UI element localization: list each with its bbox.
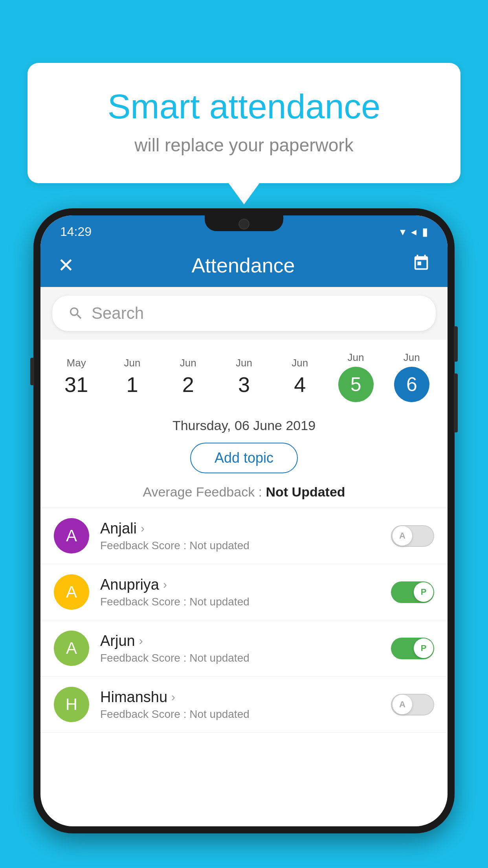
calendar-icon[interactable] bbox=[412, 254, 430, 277]
status-time: 14:29 bbox=[60, 224, 92, 239]
student-avatar: H bbox=[54, 687, 89, 722]
chevron-icon: › bbox=[139, 634, 143, 647]
signal-icon: ◂ bbox=[411, 225, 416, 238]
student-list: AAnjali ›Feedback Score : Not updatedAAA… bbox=[40, 508, 448, 733]
student-info: Anupriya ›Feedback Score : Not updated bbox=[100, 576, 380, 608]
speech-bubble-container: Smart attendance will replace your paper… bbox=[28, 63, 460, 183]
student-name: Himanshu › bbox=[100, 689, 380, 706]
front-camera bbox=[238, 219, 250, 230]
volume-down-button bbox=[454, 373, 458, 432]
app-title: Attendance bbox=[191, 254, 295, 277]
calendar-day[interactable]: Jun5 bbox=[328, 348, 383, 406]
battery-icon: ▮ bbox=[422, 225, 428, 238]
feedback-summary-text: Average Feedback : Not Updated bbox=[143, 484, 345, 499]
calendar-strip: May31Jun1Jun2Jun3Jun4Jun5Jun6 bbox=[40, 340, 448, 410]
student-info: Himanshu ›Feedback Score : Not updated bbox=[100, 689, 380, 721]
toggle-knob: P bbox=[414, 638, 433, 658]
power-button bbox=[454, 326, 458, 362]
feedback-summary: Average Feedback : Not Updated bbox=[40, 481, 448, 508]
phone-notch bbox=[205, 215, 283, 231]
student-avatar: A bbox=[54, 574, 89, 610]
calendar-day[interactable]: Jun4 bbox=[272, 353, 328, 401]
student-feedback: Feedback Score : Not updated bbox=[100, 596, 380, 608]
search-placeholder: Search bbox=[92, 304, 144, 323]
student-item[interactable]: AArjun ›Feedback Score : Not updatedP bbox=[40, 620, 448, 677]
student-avatar: A bbox=[54, 631, 89, 666]
bubble-subtitle: will replace your paperwork bbox=[59, 134, 429, 156]
chevron-icon: › bbox=[171, 690, 175, 704]
student-avatar: A bbox=[54, 518, 89, 554]
search-icon bbox=[68, 305, 84, 321]
calendar-day[interactable]: May31 bbox=[48, 353, 104, 401]
toggle-knob: A bbox=[393, 526, 412, 546]
phone-frame: 14:29 ▾ ◂ ▮ ✕ Attendance bbox=[33, 208, 455, 833]
calendar-day[interactable]: Jun2 bbox=[160, 353, 216, 401]
selected-date-text: Thursday, 06 June 2019 bbox=[172, 418, 316, 433]
bubble-title: Smart attendance bbox=[59, 86, 429, 127]
calendar-day[interactable]: Jun6 bbox=[384, 348, 440, 406]
attendance-toggle[interactable]: P bbox=[391, 581, 434, 603]
attendance-toggle[interactable]: P bbox=[391, 638, 434, 659]
student-item[interactable]: HHimanshu ›Feedback Score : Not updatedA bbox=[40, 677, 448, 733]
student-item[interactable]: AAnjali ›Feedback Score : Not updatedA bbox=[40, 508, 448, 564]
toggle-knob: P bbox=[414, 582, 433, 602]
search-bar[interactable]: Search bbox=[52, 296, 436, 331]
feedback-label: Average Feedback : bbox=[143, 484, 266, 499]
calendar-day[interactable]: Jun3 bbox=[216, 353, 272, 401]
add-topic-container: Add topic bbox=[40, 437, 448, 481]
phone-container: 14:29 ▾ ◂ ▮ ✕ Attendance bbox=[33, 208, 455, 868]
feedback-value: Not Updated bbox=[266, 484, 345, 499]
speech-bubble: Smart attendance will replace your paper… bbox=[28, 63, 460, 183]
chevron-icon: › bbox=[141, 522, 145, 535]
student-name: Arjun › bbox=[100, 633, 380, 649]
student-feedback: Feedback Score : Not updated bbox=[100, 708, 380, 721]
student-name: Anjali › bbox=[100, 520, 380, 537]
student-item[interactable]: AAnupriya ›Feedback Score : Not updatedP bbox=[40, 564, 448, 620]
toggle-knob: A bbox=[393, 695, 412, 714]
student-feedback: Feedback Score : Not updated bbox=[100, 539, 380, 552]
student-info: Anjali ›Feedback Score : Not updated bbox=[100, 520, 380, 552]
add-topic-button[interactable]: Add topic bbox=[190, 443, 298, 473]
student-feedback: Feedback Score : Not updated bbox=[100, 652, 380, 664]
app-bar: ✕ Attendance bbox=[40, 244, 448, 287]
student-info: Arjun ›Feedback Score : Not updated bbox=[100, 633, 380, 664]
close-button[interactable]: ✕ bbox=[58, 254, 74, 277]
volume-button bbox=[30, 358, 34, 385]
wifi-icon: ▾ bbox=[400, 225, 405, 238]
date-display: Thursday, 06 June 2019 bbox=[40, 410, 448, 437]
status-icons: ▾ ◂ ▮ bbox=[400, 225, 428, 238]
search-container: Search bbox=[40, 287, 448, 340]
phone-screen: 14:29 ▾ ◂ ▮ ✕ Attendance bbox=[40, 215, 448, 826]
calendar-day[interactable]: Jun1 bbox=[104, 353, 160, 401]
chevron-icon: › bbox=[163, 578, 167, 591]
attendance-toggle[interactable]: A bbox=[391, 525, 434, 547]
attendance-toggle[interactable]: A bbox=[391, 694, 434, 715]
student-name: Anupriya › bbox=[100, 576, 380, 593]
